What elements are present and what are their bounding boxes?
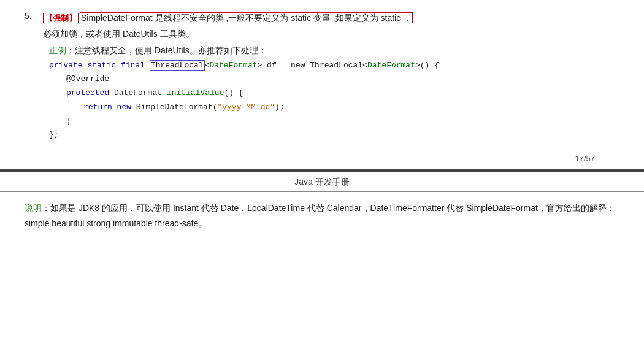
rule-subtitle: 必须加锁，或者使用 DateUtils 工具类。 xyxy=(43,27,619,42)
code-line-2: @Override xyxy=(49,72,619,86)
kw-return-new: return new xyxy=(83,102,131,112)
example-block: 正例：注意线程安全，使用 DateUtils。亦推荐如下处理： private … xyxy=(43,45,619,145)
rule-content: 【强制】SimpleDateFormat 是线程不安全的类 ,一般不要定义为 s… xyxy=(43,11,619,145)
mandatory-tag: 【强制】 xyxy=(43,13,79,23)
sdf-call: SimpleDateFormat( xyxy=(131,102,217,112)
example-intro: 正例：注意线程安全，使用 DateUtils。亦推荐如下处理： xyxy=(49,45,619,56)
brace-open: >() { xyxy=(415,61,439,70)
page-indicator: 17/57 xyxy=(25,150,619,163)
rule-number: 5. xyxy=(25,11,38,145)
rule-item-5: 5. 【强制】SimpleDateFormat 是线程不安全的类 ,一般不要定义… xyxy=(25,11,619,145)
page-number: 17/57 xyxy=(575,154,595,163)
override-annotation: @Override xyxy=(66,74,109,83)
example-label: 正例 xyxy=(49,45,66,55)
code-block: private static final ThreadLocal<DateFor… xyxy=(49,56,619,145)
dateformat-type2: DateFormat xyxy=(367,61,415,70)
generic-mid: > df = new ThreadLocal< xyxy=(257,61,367,70)
method-name: initialValue xyxy=(167,88,224,98)
example-colon-text: ：注意线程安全，使用 DateUtils。亦推荐如下处理： xyxy=(66,45,267,55)
note-label: 说明 xyxy=(25,203,42,213)
top-section: 5. 【强制】SimpleDateFormat 是线程不安全的类 ,一般不要定义… xyxy=(0,0,644,169)
note-text: 说明：如果是 JDK8 的应用，可以使用 Instant 代替 Date，Loc… xyxy=(25,201,619,231)
code-line-1: private static final ThreadLocal<DateFor… xyxy=(49,59,619,73)
bottom-section: 说明：如果是 JDK8 的应用，可以使用 Instant 代替 Date，Loc… xyxy=(0,192,644,239)
dateformat-type1: DateFormat xyxy=(209,61,257,70)
kw-protected: protected xyxy=(66,88,114,98)
threadlocal-highlighted: ThreadLocal xyxy=(150,60,205,71)
footer-label: Java 开发手册 xyxy=(0,172,644,192)
code-line-5: } xyxy=(49,115,619,129)
note-body: ：如果是 JDK8 的应用，可以使用 Instant 代替 Date，Local… xyxy=(25,203,615,228)
code-line-6: }; xyxy=(49,128,619,142)
rule-title-highlighted: SimpleDateFormat 是线程不安全的类 ,一般不要定义为 stati… xyxy=(80,12,413,23)
inner-brace-close: } xyxy=(66,117,71,126)
outer-brace-close: }; xyxy=(49,130,59,139)
code-line-4: return new SimpleDateFormat("yyyy-MM-dd"… xyxy=(49,101,619,115)
call-close: ); xyxy=(275,102,285,112)
rule-title-line: 【强制】SimpleDateFormat 是线程不安全的类 ,一般不要定义为 s… xyxy=(43,11,619,26)
method-open: () { xyxy=(224,88,243,98)
dateformat-return: DateFormat xyxy=(114,88,167,98)
date-format-string: "yyyy-MM-dd" xyxy=(217,102,275,112)
kw-private: private static final xyxy=(49,61,150,70)
code-line-3: protected DateFormat initialValue() { xyxy=(49,86,619,101)
